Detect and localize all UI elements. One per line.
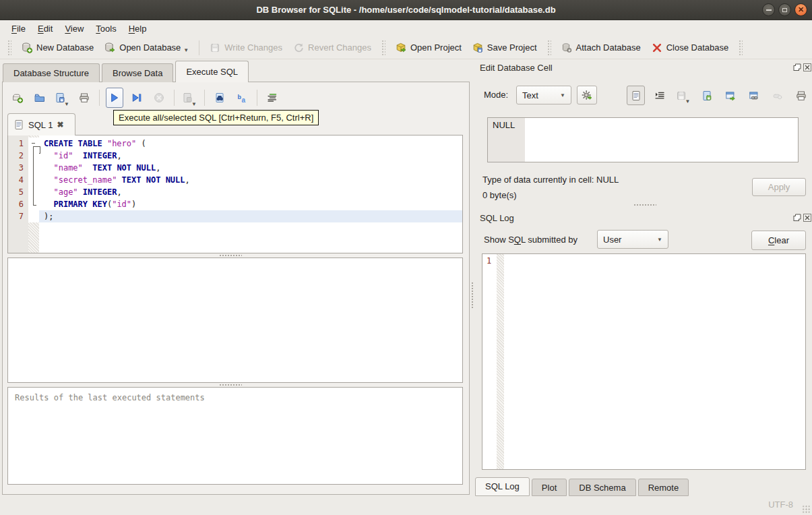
close-dock-icon[interactable] (803, 63, 811, 71)
float-dock-icon[interactable] (793, 63, 801, 71)
mode-select[interactable]: Text ▼ (516, 86, 571, 104)
clear-log-button[interactable]: Clear (751, 231, 806, 250)
import-file-button[interactable] (697, 86, 716, 105)
minimize-button[interactable] (762, 3, 775, 16)
show-sql-filter-label: Show SQL submitted by (484, 235, 577, 245)
open-sql-file-button[interactable] (31, 88, 49, 108)
fold-margin (28, 174, 39, 186)
menu-view[interactable]: View (59, 22, 90, 35)
window-title: DB Browser for SQLite - /home/user/code/… (256, 5, 555, 15)
revert-changes-label: Revert Changes (308, 42, 371, 53)
minimize-icon (766, 9, 772, 11)
save-project-label: Save Project (487, 42, 537, 53)
menu-help[interactable]: Help (123, 22, 153, 35)
sql-editor[interactable]: 1CREATE TABLE "hero" (2 "id" INTEGER,3 "… (7, 135, 463, 253)
print-cell-button[interactable] (792, 86, 810, 105)
word-wrap-button[interactable] (650, 86, 668, 105)
editor-line-7[interactable]: 7); (8, 210, 462, 222)
code-text: ); (39, 210, 462, 222)
replace-text-button[interactable]: ba (233, 88, 251, 108)
edit-cell-dock-buttons (793, 63, 811, 71)
apply-button[interactable]: Apply (752, 178, 806, 196)
text-mode-button[interactable] (627, 86, 645, 105)
export-file-button[interactable] (721, 86, 739, 105)
stop-button[interactable] (150, 88, 168, 108)
word-wrap-icon (654, 90, 665, 101)
execute-all-icon (109, 92, 120, 103)
editor-line-5[interactable]: 5 "age" INTEGER, (8, 186, 462, 198)
line-number: 7 (8, 210, 28, 222)
open-url-button[interactable] (745, 86, 763, 105)
fold-marker[interactable] (28, 138, 39, 150)
attach-database-button[interactable]: Attach Database (556, 40, 646, 56)
tab-execute-sql[interactable]: Execute SQL (175, 61, 249, 82)
cell-size-label: 0 byte(s) (482, 190, 517, 200)
write-changes-button[interactable]: Write Changes (204, 40, 288, 56)
save-as-button[interactable]: ▼ (674, 86, 692, 105)
titlebar[interactable]: DB Browser for SQLite - /home/user/code/… (0, 0, 812, 20)
save-results-button[interactable]: ▼ (181, 88, 198, 108)
encoding-indicator: UTF-8 (768, 499, 793, 510)
sql-document-tab[interactable]: SQL 1 ✖ (7, 113, 75, 135)
menu-edit[interactable]: Edit (32, 22, 59, 35)
maximize-button[interactable] (778, 3, 791, 16)
code-text: CREATE TABLE "hero" ( (39, 138, 462, 150)
filter-value: User (603, 235, 621, 245)
sql-log-filter-select[interactable]: User ▼ (597, 230, 668, 249)
main-tabbar: Database StructureBrowse DataExecute SQL (3, 61, 251, 82)
editor-line-3[interactable]: 3 "name" TEXT NOT NULL, (8, 162, 462, 174)
execute-all-button[interactable] (106, 88, 123, 108)
fold-margin (28, 162, 39, 174)
close-tab-icon[interactable]: ✖ (57, 120, 63, 129)
float-dock-icon[interactable] (793, 214, 801, 222)
format-sql-button[interactable] (263, 88, 281, 108)
chevron-down-icon: ▼ (560, 92, 565, 98)
revert-changes-button[interactable]: Revert Changes (288, 40, 377, 56)
new-database-button[interactable]: New Database (16, 40, 99, 56)
fold-margin (28, 210, 39, 222)
close-database-button[interactable]: Close Database (646, 40, 735, 56)
sql-toolbar: ▼▼ba (9, 86, 281, 110)
bottom-tab-sql-log[interactable]: SQL Log (475, 477, 530, 496)
bottom-tab-remote[interactable]: Remote (638, 479, 689, 496)
close-button[interactable]: ✕ (794, 3, 807, 16)
editor-line-6[interactable]: 6 PRIMARY KEY("id") (8, 198, 462, 210)
apply-cell-mode-button[interactable] (577, 86, 597, 104)
new-tab-button[interactable] (9, 88, 26, 108)
execute-current-line-button[interactable] (128, 88, 146, 108)
open-project-button[interactable]: Open Project (390, 40, 467, 56)
open-database-button[interactable]: Open Database▼ (99, 40, 194, 56)
menubar: FileEditViewToolsHelp (0, 21, 812, 36)
tab-browse-data[interactable]: Browse Data (102, 63, 173, 82)
save-sql-file-button[interactable]: ▼ (53, 88, 71, 108)
dock-splitter[interactable] (633, 204, 656, 206)
menu-file[interactable]: File (5, 22, 32, 35)
bottom-tab-plot[interactable]: Plot (532, 479, 567, 496)
print-icon (79, 92, 90, 103)
editor-line-4[interactable]: 4 "secret_name" TEXT NOT NULL, (8, 174, 462, 186)
tab-database-structure[interactable]: Database Structure (3, 63, 100, 82)
set-as-null-button[interactable] (768, 86, 786, 105)
find-replace-icon (214, 92, 225, 103)
save-project-button[interactable]: Save Project (467, 40, 542, 56)
print-button[interactable] (75, 88, 93, 108)
resize-grip[interactable] (802, 505, 811, 514)
editor-line-2[interactable]: 2 "id" INTEGER, (8, 150, 462, 162)
find-replace-button[interactable] (211, 88, 228, 108)
stop-icon (154, 92, 164, 103)
code-text: "age" INTEGER, (39, 186, 462, 198)
close-dock-icon[interactable] (803, 214, 811, 222)
cell-value-editor[interactable]: NULL (487, 117, 799, 162)
panel-splitter[interactable] (471, 282, 474, 309)
sql-log-view[interactable]: 1 (482, 253, 806, 470)
menu-tools[interactable]: Tools (90, 22, 122, 35)
db-new-icon (22, 42, 32, 53)
bottom-tab-db-schema[interactable]: DB Schema (569, 479, 635, 496)
editor-line-1[interactable]: 1CREATE TABLE "hero" ( (8, 138, 462, 150)
mode-value: Text (522, 90, 538, 100)
code-text: PRIMARY KEY("id") (39, 198, 462, 210)
db-open-icon (104, 42, 115, 53)
open-sql-file-icon (34, 92, 45, 103)
replace-text-icon: ba (237, 92, 247, 103)
sql-log-dock-buttons (793, 214, 811, 222)
